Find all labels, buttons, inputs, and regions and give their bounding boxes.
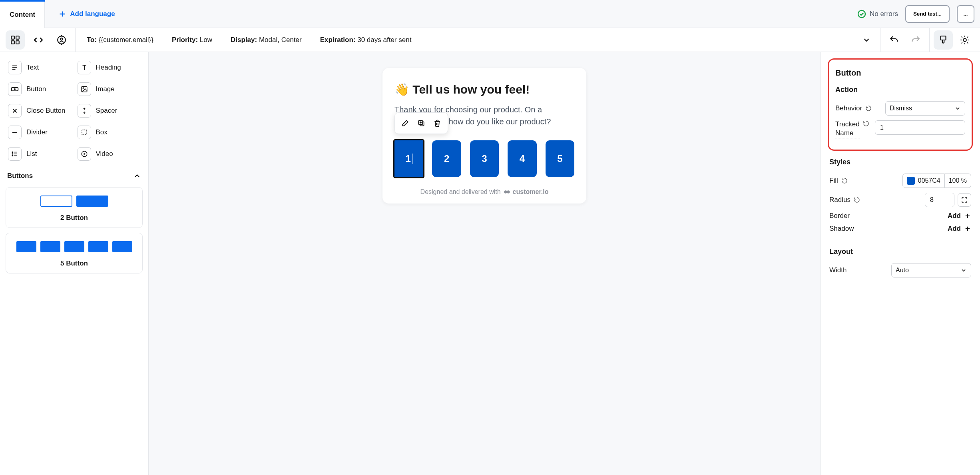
block-list[interactable]: List <box>6 144 74 164</box>
delete-button[interactable] <box>429 115 445 131</box>
block-spacer[interactable]: Spacer <box>75 101 143 121</box>
close-icon <box>11 107 18 114</box>
block-button[interactable]: Button <box>6 79 74 99</box>
width-select[interactable]: Auto <box>891 263 971 277</box>
edit-button[interactable] <box>397 115 413 131</box>
tracked-name-input-field[interactable] <box>879 124 961 132</box>
reset-icon[interactable] <box>863 120 869 127</box>
divider-icon <box>11 129 18 136</box>
target-person-icon <box>56 35 67 45</box>
rating-button-1[interactable]: 1 <box>394 140 423 177</box>
block-text[interactable]: Text <box>6 58 74 78</box>
card-title[interactable]: 👋 Tell us how you feel! <box>394 82 574 96</box>
heading-icon <box>81 64 88 71</box>
card-body[interactable]: Thank you for choosing our product. On a… <box>394 104 574 129</box>
preset-5-button[interactable]: 5 Button <box>6 233 143 273</box>
box-icon <box>81 129 88 136</box>
chevron-down-icon <box>954 105 961 112</box>
element-floating-toolbar <box>394 112 448 134</box>
block-label: Button <box>26 85 46 93</box>
redo-button[interactable] <box>906 30 925 50</box>
styles-section-title: Styles <box>829 158 971 166</box>
block-image[interactable]: Image <box>75 79 143 99</box>
preset-2-button[interactable]: 2 Button <box>6 187 143 228</box>
layout-section-title: Layout <box>829 247 971 256</box>
add-shadow-button[interactable]: Add <box>948 225 971 233</box>
block-label: Box <box>96 128 108 136</box>
rating-button-5[interactable]: 5 <box>546 140 574 177</box>
meta-expiration: Expiration: 30 days after sent <box>320 36 412 44</box>
buttons-section-title: Buttons <box>7 172 33 180</box>
block-divider[interactable]: Divider <box>6 122 74 142</box>
reset-icon[interactable] <box>841 178 848 184</box>
spacer-icon <box>81 107 88 114</box>
tab-content[interactable]: Content <box>0 0 45 28</box>
tracked-name-input[interactable] <box>875 120 965 135</box>
expand-corners-button[interactable] <box>958 193 971 207</box>
rating-value: 2 <box>444 153 449 164</box>
buttons-section-header[interactable]: Buttons <box>6 170 143 182</box>
shadow-label: Shadow <box>829 225 854 233</box>
tracked-name-field: Tracked Name <box>835 120 965 138</box>
svg-point-12 <box>83 88 84 89</box>
block-box[interactable]: Box <box>75 122 143 142</box>
svg-rect-4 <box>16 41 19 44</box>
add-border-button[interactable]: Add <box>948 212 971 220</box>
radius-input[interactable] <box>925 193 954 207</box>
add-language-button[interactable]: Add language <box>52 6 120 22</box>
undo-icon <box>889 35 899 45</box>
body-line-2-trail: how do you like our product? <box>449 117 551 126</box>
action-highlight-box: Button Action Behavior Dismiss <box>828 58 973 151</box>
undo-button[interactable] <box>884 30 904 50</box>
reset-icon[interactable] <box>854 197 860 203</box>
list-icon <box>11 150 18 158</box>
block-heading[interactable]: Heading <box>75 58 143 78</box>
rating-button-3[interactable]: 3 <box>470 140 499 177</box>
meta-expand-button[interactable] <box>857 30 876 50</box>
block-label: Text <box>26 64 39 72</box>
plus-icon <box>964 225 971 232</box>
meta-display: Display: Modal, Center <box>231 36 302 44</box>
block-label: Heading <box>96 64 121 72</box>
image-icon <box>81 86 88 93</box>
code-view-button[interactable] <box>29 30 48 50</box>
reset-icon[interactable] <box>865 105 872 112</box>
swatch-fill <box>76 196 108 207</box>
brush-button[interactable] <box>934 30 953 50</box>
footer-brand-name: customer.io <box>513 188 549 196</box>
send-test-button[interactable]: Send test... <box>905 5 950 23</box>
rating-button-2[interactable]: 2 <box>432 140 461 177</box>
svg-point-20 <box>507 190 510 194</box>
behavior-select[interactable]: Dismiss <box>885 101 965 116</box>
chevron-down-icon <box>960 267 967 273</box>
meta-priority: Priority: Low <box>172 36 212 44</box>
block-video[interactable]: Video <box>75 144 143 164</box>
editor-toolbar: To: {{customer.email}} Priority: Low Dis… <box>0 28 980 52</box>
add-language-label: Add language <box>70 10 115 18</box>
check-circle-icon <box>857 9 866 19</box>
fill-field: Fill 0057C4 100 % <box>829 174 971 188</box>
fill-color-input[interactable]: 0057C4 <box>902 174 945 188</box>
target-view-button[interactable] <box>52 30 71 50</box>
width-field: Width Auto <box>829 263 971 277</box>
svg-rect-13 <box>82 130 87 135</box>
radius-input-field[interactable] <box>929 196 950 204</box>
rating-button-4[interactable]: 4 <box>508 140 536 177</box>
tracked-name-label-1: Tracked <box>835 120 860 128</box>
svg-rect-3 <box>11 41 14 44</box>
chevron-down-icon <box>862 36 871 44</box>
layout-view-button[interactable] <box>6 30 25 50</box>
fill-opacity-input[interactable]: 100 % <box>945 174 971 188</box>
no-errors-label: No errors <box>870 10 898 18</box>
settings-button[interactable] <box>955 30 974 50</box>
duplicate-button[interactable] <box>413 115 429 131</box>
editor-canvas[interactable]: 👋 Tell us how you feel! Thank you for ch… <box>149 52 820 475</box>
svg-rect-2 <box>16 36 19 39</box>
more-actions-button[interactable]: ... <box>957 5 974 23</box>
inspector-title: Button <box>835 68 965 78</box>
block-close-button[interactable]: Close Button <box>6 101 74 121</box>
preset-5-label: 5 Button <box>11 259 137 267</box>
pencil-icon <box>401 119 409 127</box>
swatch-outline <box>40 196 72 207</box>
color-swatch <box>907 177 915 185</box>
